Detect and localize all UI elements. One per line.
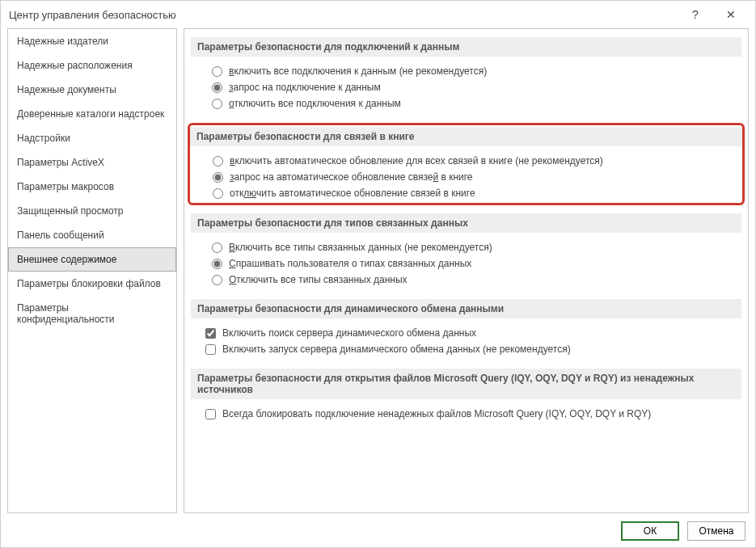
ok-button[interactable]: ОК xyxy=(621,521,679,541)
dde-option-1: Включить запуск сервера динамического об… xyxy=(205,341,737,357)
group-header-msquery: Параметры безопасности для открытия файл… xyxy=(191,369,741,399)
linked_data_types-radio-0[interactable] xyxy=(212,242,222,253)
titlebar: Центр управления безопасностью ? ✕ xyxy=(1,1,755,28)
linked_data_types-radio-2[interactable] xyxy=(212,275,222,285)
sidebar-item-0[interactable]: Надежные издатели xyxy=(8,29,176,53)
linked_data_types-radio-1[interactable] xyxy=(212,259,222,269)
workbook_links-option-2: отключить автоматическое обновление связ… xyxy=(213,185,736,201)
data_connections-label-2[interactable]: отключить все подключения к данным xyxy=(229,95,401,112)
sidebar-item-1[interactable]: Надежные расположения xyxy=(8,53,176,78)
options-msquery: Всегда блокировать подключение ненадежны… xyxy=(189,406,743,424)
workbook_links-option-1: запрос на автоматическое обновление связ… xyxy=(213,169,736,185)
workbook_links-radio-1[interactable] xyxy=(213,172,223,183)
group-msquery: Параметры безопасности для открытия файл… xyxy=(189,369,743,424)
linked_data_types-label-0[interactable]: Включить все типы связанных данных (не р… xyxy=(229,239,492,255)
dde-checkbox-0[interactable] xyxy=(205,328,216,339)
sidebar-item-5[interactable]: Параметры ActiveX xyxy=(8,150,176,175)
linked_data_types-option-2: Отключить все типы связанных данных xyxy=(212,272,737,288)
data_connections-option-1: запрос на подключение к данным xyxy=(212,79,737,95)
dde-label-0[interactable]: Включить поиск сервера динамического обм… xyxy=(222,325,476,341)
linked_data_types-label-1[interactable]: Спрашивать пользователя о типах связанны… xyxy=(229,255,471,272)
help-button[interactable]: ? xyxy=(678,2,713,27)
workbook_links-label-2[interactable]: отключить автоматическое обновление связ… xyxy=(230,185,475,201)
msquery-label-0[interactable]: Всегда блокировать подключение ненадежны… xyxy=(222,406,651,422)
content-pane: Параметры безопасности для подключений к… xyxy=(184,28,749,513)
workbook_links-label-1[interactable]: запрос на автоматическое обновление связ… xyxy=(230,169,473,185)
msquery-checkbox-0[interactable] xyxy=(205,409,216,419)
workbook_links-radio-2[interactable] xyxy=(213,188,223,199)
dialog-footer: ОК Отмена xyxy=(1,515,755,547)
sidebar-item-8[interactable]: Панель сообщений xyxy=(8,223,176,247)
sidebar-item-11[interactable]: Параметры конфиденциальности xyxy=(8,296,176,331)
workbook_links-option-0: включить автоматическое обновление для в… xyxy=(213,153,736,169)
options-workbook_links: включить автоматическое обновление для в… xyxy=(190,153,742,203)
group-header-data_connections: Параметры безопасности для подключений к… xyxy=(191,37,741,57)
options-data_connections: включить все подключения к данным (не ре… xyxy=(189,63,743,113)
dde-checkbox-1[interactable] xyxy=(205,344,216,355)
window-title: Центр управления безопасностью xyxy=(9,9,176,21)
options-dde: Включить поиск сервера динамического обм… xyxy=(189,325,743,359)
workbook_links-label-0[interactable]: включить автоматическое обновление для в… xyxy=(230,153,603,169)
data_connections-label-0[interactable]: включить все подключения к данным (не ре… xyxy=(229,63,487,79)
group-header-workbook_links: Параметры безопасности для связей в книг… xyxy=(190,127,742,146)
cancel-button[interactable]: Отмена xyxy=(687,521,745,541)
data_connections-label-1[interactable]: запрос на подключение к данным xyxy=(229,79,381,95)
linked_data_types-option-1: Спрашивать пользователя о типах связанны… xyxy=(212,255,737,272)
sidebar-item-2[interactable]: Надежные документы xyxy=(8,78,176,102)
workbook_links-radio-0[interactable] xyxy=(213,156,223,167)
data_connections-option-2: отключить все подключения к данным xyxy=(212,95,737,112)
group-dde: Параметры безопасности для динамического… xyxy=(189,299,743,359)
close-button[interactable]: ✕ xyxy=(713,2,749,27)
data_connections-option-0: включить все подключения к данным (не ре… xyxy=(212,63,737,79)
linked_data_types-option-0: Включить все типы связанных данных (не р… xyxy=(212,239,737,255)
trust-center-dialog: Центр управления безопасностью ? ✕ Надеж… xyxy=(0,0,756,548)
group-workbook_links: Параметры безопасности для связей в книг… xyxy=(188,123,745,205)
sidebar-item-9[interactable]: Внешнее содержимое xyxy=(8,247,176,272)
group-data_connections: Параметры безопасности для подключений к… xyxy=(189,37,743,113)
sidebar: Надежные издателиНадежные расположенияНа… xyxy=(7,28,177,513)
data_connections-radio-2[interactable] xyxy=(212,99,222,109)
sidebar-item-3[interactable]: Доверенные каталоги надстроек xyxy=(8,102,176,126)
group-header-linked_data_types: Параметры безопасности для типов связанн… xyxy=(191,213,741,233)
group-linked_data_types: Параметры безопасности для типов связанн… xyxy=(189,213,743,289)
group-header-dde: Параметры безопасности для динамического… xyxy=(191,299,741,318)
sidebar-item-10[interactable]: Параметры блокировки файлов xyxy=(8,272,176,296)
msquery-option-0: Всегда блокировать подключение ненадежны… xyxy=(205,406,737,422)
sidebar-item-7[interactable]: Защищенный просмотр xyxy=(8,199,176,223)
sidebar-item-4[interactable]: Надстройки xyxy=(8,126,176,150)
data_connections-radio-0[interactable] xyxy=(212,66,222,77)
sidebar-item-6[interactable]: Параметры макросов xyxy=(8,175,176,199)
linked_data_types-label-2[interactable]: Отключить все типы связанных данных xyxy=(229,272,408,288)
dde-option-0: Включить поиск сервера динамического обм… xyxy=(205,325,737,341)
data_connections-radio-1[interactable] xyxy=(212,82,222,93)
dde-label-1[interactable]: Включить запуск сервера динамического об… xyxy=(222,341,571,357)
options-linked_data_types: Включить все типы связанных данных (не р… xyxy=(189,239,743,289)
